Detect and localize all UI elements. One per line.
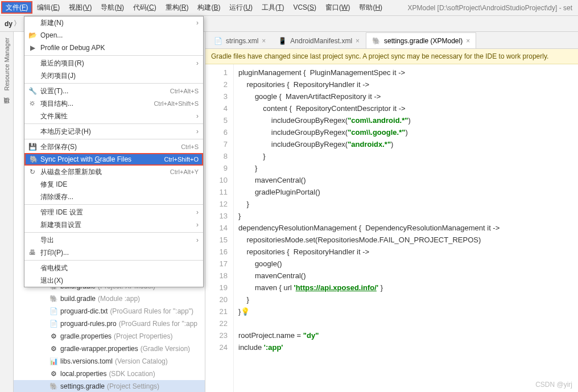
left-rail: Resource Manager 项目 bbox=[0, 32, 14, 392]
menu-label: 导出 bbox=[40, 236, 54, 245]
tree-item[interactable]: ⚙gradle-wrapper.properties (Gradle Versi… bbox=[14, 343, 205, 355]
separator bbox=[24, 55, 203, 56]
menu-label: 修复 IDE bbox=[40, 180, 67, 189]
menu-label: 省电模式 bbox=[40, 263, 68, 273]
code-lines[interactable]: pluginManagement { PluginManagementSpec … bbox=[234, 64, 578, 392]
menu-构建[interactable]: 构建(B) bbox=[193, 1, 225, 14]
file-menu-dropdown[interactable]: 新建(N)›📂Open...▶Profile or Debug APK最近的项目… bbox=[24, 16, 204, 287]
tree-item[interactable]: 🐘build.gradle (Module :app) bbox=[14, 292, 205, 305]
menu-item[interactable]: 新建项目设置› bbox=[24, 218, 203, 231]
tree-label: settings.gradle bbox=[60, 382, 105, 390]
menu-item[interactable]: 管理 IDE 设置› bbox=[24, 206, 203, 218]
separator bbox=[24, 204, 203, 205]
editor-tabs: 📄strings.xml×📱AndroidManifest.xml×🐘setti… bbox=[205, 32, 578, 49]
menu-item[interactable]: 退出(X) bbox=[24, 274, 203, 287]
tab-icon: 📄 bbox=[214, 37, 222, 45]
tab-label: AndroidManifest.xml bbox=[290, 37, 352, 45]
editor-tab[interactable]: 🐘settings.gradle (XPModel)× bbox=[366, 32, 476, 48]
menu-item[interactable]: 最近的项目(R)› bbox=[24, 57, 203, 69]
menu-icon: ⛭ bbox=[28, 100, 37, 108]
menu-item[interactable]: 本地历史记录(H)› bbox=[24, 125, 203, 138]
menu-重构[interactable]: 重构(R) bbox=[161, 1, 193, 14]
menu-item[interactable]: 💾全部保存(S)Ctrl+S bbox=[24, 141, 203, 153]
tree-hint: (Module :app) bbox=[98, 295, 140, 303]
menu-label: 本地历史记录(H) bbox=[40, 127, 91, 137]
menu-工具[interactable]: 工具(T) bbox=[257, 1, 288, 14]
file-icon: ⚙ bbox=[49, 345, 58, 353]
menu-item[interactable]: 新建(N)› bbox=[24, 16, 203, 29]
menu-帮助[interactable]: 帮助(H) bbox=[354, 1, 387, 14]
breadcrumb-item[interactable]: dy bbox=[5, 20, 13, 28]
chevron-right-icon: 〉 bbox=[14, 19, 20, 28]
menu-label: 设置(T)... bbox=[40, 86, 68, 96]
file-icon: 📄 bbox=[49, 320, 58, 328]
tab-label: settings.gradle (XPModel) bbox=[384, 37, 463, 45]
menu-label: 从磁盘全部重新加载 bbox=[40, 167, 102, 177]
menu-icon: 💾 bbox=[28, 143, 37, 151]
menu-文件[interactable]: 文件(F) bbox=[1, 1, 32, 14]
menu-导航[interactable]: 导航(N) bbox=[96, 1, 129, 14]
shortcut: Ctrl+Alt+S bbox=[170, 88, 199, 94]
menu-label: Open... bbox=[40, 31, 63, 39]
separator bbox=[24, 123, 203, 124]
close-icon[interactable]: × bbox=[262, 37, 266, 45]
file-icon: 📊 bbox=[49, 357, 58, 365]
menu-item[interactable]: ↻从磁盘全部重新加载Ctrl+Alt+Y bbox=[24, 166, 203, 178]
tree-label: proguard-rules.pro bbox=[60, 320, 117, 328]
menu-icon: 🐘 bbox=[29, 155, 38, 163]
tree-item[interactable]: 📄proguard-rules.pro (ProGuard Rules for … bbox=[14, 317, 205, 330]
menu-item[interactable]: 文件属性› bbox=[24, 110, 203, 122]
tree-hint: (ProGuard Rules for ":app bbox=[119, 320, 197, 328]
menu-item[interactable]: 🖶打印(P)... bbox=[24, 246, 203, 259]
tree-label: proguard-dic.txt bbox=[60, 307, 108, 315]
editor-area: 📄strings.xml×📱AndroidManifest.xml×🐘setti… bbox=[205, 32, 578, 392]
tab-label: strings.xml bbox=[226, 37, 258, 45]
rail-resource-manager[interactable]: Resource Manager bbox=[3, 38, 10, 91]
tree-item[interactable]: 📄proguard-dic.txt (ProGuard Rules for ":… bbox=[14, 305, 205, 317]
menu-label: 全部保存(S) bbox=[40, 142, 77, 152]
close-icon[interactable]: × bbox=[356, 37, 360, 45]
tab-icon: 🐘 bbox=[372, 37, 381, 45]
menu-item[interactable]: 清除缓存... bbox=[24, 191, 203, 203]
editor-tab[interactable]: 📱AndroidManifest.xml× bbox=[272, 32, 366, 48]
menu-item[interactable]: 🔧设置(T)...Ctrl+Alt+S bbox=[24, 85, 203, 97]
tree-item[interactable]: ⚙local.properties (SDK Location) bbox=[14, 368, 205, 380]
menu-编辑[interactable]: 编辑(E) bbox=[32, 1, 64, 14]
menu-label: 清除缓存... bbox=[40, 192, 73, 202]
tree-hint: (Project Properties) bbox=[114, 332, 172, 340]
menu-item[interactable]: ⛭项目结构...Ctrl+Alt+Shift+S bbox=[24, 97, 203, 110]
menu-视图[interactable]: 视图(V) bbox=[64, 1, 96, 14]
menu-label: Sync Project with Gradle Files bbox=[40, 155, 131, 163]
menu-item[interactable]: 📂Open... bbox=[24, 29, 203, 42]
separator bbox=[24, 232, 203, 233]
tree-item[interactable]: ⚙gradle.properties (Project Properties) bbox=[14, 330, 205, 343]
menu-item[interactable]: ▶Profile or Debug APK bbox=[24, 42, 203, 54]
gutter: 123456789101112131415161718192021222324 bbox=[205, 64, 234, 392]
editor-tab[interactable]: 📄strings.xml× bbox=[208, 32, 272, 48]
tree-item[interactable]: 🐘settings.gradle (Project Settings) bbox=[14, 380, 205, 392]
menu-item[interactable]: 关闭项目(J) bbox=[24, 69, 203, 82]
close-icon[interactable]: × bbox=[466, 37, 470, 45]
tree-hint: (Gradle Version) bbox=[141, 345, 190, 353]
menu-item[interactable]: 导出› bbox=[24, 234, 203, 246]
tree-hint: (Project Settings) bbox=[107, 382, 159, 390]
menu-item[interactable]: 修复 IDE bbox=[24, 178, 203, 191]
submenu-arrow-icon: › bbox=[196, 127, 199, 135]
menu-item[interactable]: 省电模式 bbox=[24, 262, 203, 274]
shortcut: Ctrl+Shift+O bbox=[164, 156, 199, 163]
tree-item[interactable]: 📊libs.versions.toml (Version Catalog) bbox=[14, 355, 205, 368]
tree-label: libs.versions.toml bbox=[60, 357, 113, 365]
menu-label: 打印(P)... bbox=[40, 248, 69, 258]
file-icon: 🐘 bbox=[49, 382, 58, 390]
menu-窗口[interactable]: 窗口(W) bbox=[321, 1, 354, 14]
submenu-arrow-icon: › bbox=[196, 59, 199, 67]
menu-代码[interactable]: 代码(C) bbox=[129, 1, 161, 14]
sync-notice: Gradle files have changed since last pro… bbox=[205, 49, 578, 64]
menu-运行[interactable]: 运行(U) bbox=[225, 1, 257, 14]
menu-item[interactable]: 🐘Sync Project with Gradle FilesCtrl+Shif… bbox=[24, 153, 203, 166]
code-editor[interactable]: 123456789101112131415161718192021222324 … bbox=[205, 64, 578, 392]
menu-VCS[interactable]: VCS(S) bbox=[288, 1, 321, 14]
breadcrumb[interactable]: dy 〉 bbox=[5, 19, 22, 28]
watermark: CSDN @yirj bbox=[535, 381, 572, 389]
file-icon: 🐘 bbox=[49, 295, 58, 303]
